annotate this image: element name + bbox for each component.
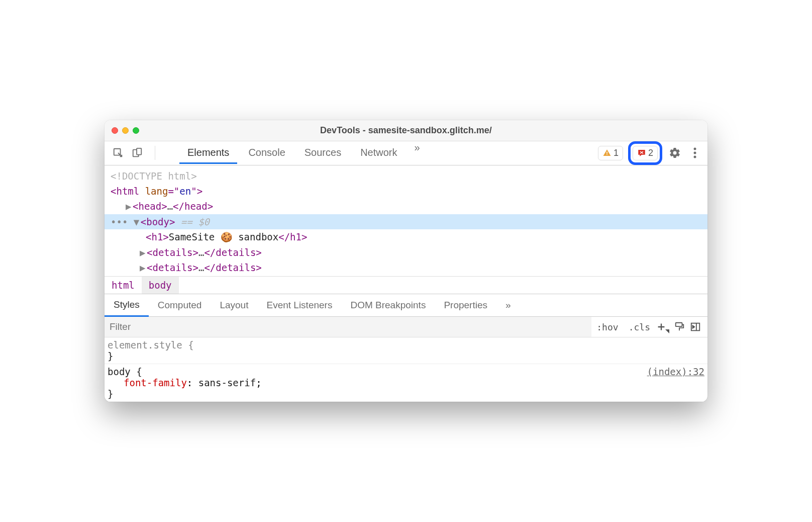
styles-subtabs: Styles Computed Layout Event Listeners D… bbox=[105, 294, 707, 317]
dom-tree[interactable]: <!DOCTYPE html> <html lang="en"> ▶<head>… bbox=[105, 165, 707, 277]
subtab-event-listeners[interactable]: Event Listeners bbox=[257, 295, 341, 316]
main-toolbar: Elements Console Sources Network » 1 2 bbox=[105, 141, 707, 165]
css-val[interactable]: sans-serif bbox=[198, 377, 256, 388]
warnings-counter[interactable]: 1 bbox=[598, 146, 623, 160]
dom-details-2[interactable]: ▶<details>…</details> bbox=[111, 260, 707, 275]
more-subtabs-button[interactable]: » bbox=[496, 295, 520, 316]
window-title: DevTools - samesite-sandbox.glitch.me/ bbox=[105, 125, 707, 136]
dom-doctype[interactable]: <!DOCTYPE html> bbox=[111, 168, 707, 184]
svg-point-6 bbox=[694, 152, 696, 154]
tab-network[interactable]: Network bbox=[352, 142, 405, 164]
toggle-sidebar-icon[interactable] bbox=[687, 319, 703, 335]
subtab-computed[interactable]: Computed bbox=[149, 295, 211, 316]
paint-icon[interactable] bbox=[671, 319, 687, 335]
subtab-layout[interactable]: Layout bbox=[211, 295, 257, 316]
svg-rect-2 bbox=[137, 148, 141, 155]
traffic-lights bbox=[105, 127, 139, 134]
breadcrumb-html[interactable]: html bbox=[105, 277, 142, 294]
tab-console[interactable]: Console bbox=[240, 142, 293, 164]
device-toggle-icon[interactable] bbox=[129, 144, 146, 161]
element-style-rule[interactable]: element.style { } bbox=[105, 337, 707, 364]
body-rule[interactable]: body { (index):32 font-family: sans-seri… bbox=[105, 364, 707, 402]
svg-rect-4 bbox=[606, 154, 607, 155]
svg-point-5 bbox=[694, 148, 696, 150]
more-options-button[interactable] bbox=[687, 145, 702, 160]
issues-counter[interactable]: 2 bbox=[633, 146, 658, 160]
toolbar-divider bbox=[155, 146, 155, 160]
settings-button[interactable] bbox=[667, 145, 682, 160]
more-tabs-button[interactable]: » bbox=[409, 142, 426, 164]
window-titlebar: DevTools - samesite-sandbox.glitch.me/ bbox=[105, 120, 707, 141]
dom-body-selected[interactable]: ••• ▼<body> == $0 bbox=[105, 214, 707, 229]
dom-head[interactable]: ▶<head>…</head> bbox=[111, 199, 707, 214]
minimize-window-button[interactable] bbox=[122, 127, 129, 134]
warnings-count-label: 1 bbox=[614, 148, 619, 158]
svg-point-7 bbox=[694, 156, 696, 158]
new-style-rule-button[interactable] bbox=[655, 319, 671, 335]
breadcrumb: html body bbox=[105, 276, 707, 294]
styles-filter-input[interactable] bbox=[105, 317, 591, 337]
styles-body: element.style { } body { (index):32 font… bbox=[105, 337, 707, 402]
svg-rect-8 bbox=[676, 323, 682, 326]
element-style-selector: element.style { bbox=[108, 339, 194, 351]
svg-rect-3 bbox=[606, 152, 607, 154]
subtab-styles[interactable]: Styles bbox=[105, 294, 149, 317]
issues-counter-highlight: 2 bbox=[628, 141, 662, 165]
issues-count-label: 2 bbox=[648, 148, 653, 158]
devtools-window: DevTools - samesite-sandbox.glitch.me/ E… bbox=[105, 120, 707, 402]
inspect-element-icon[interactable] bbox=[110, 144, 127, 161]
tab-elements[interactable]: Elements bbox=[179, 142, 237, 164]
panel-tabs: Elements Console Sources Network » bbox=[179, 142, 426, 164]
subtab-properties[interactable]: Properties bbox=[435, 295, 496, 316]
maximize-window-button[interactable] bbox=[133, 127, 139, 134]
styles-toolbar: :hov .cls bbox=[105, 317, 707, 337]
cls-toggle[interactable]: .cls bbox=[624, 319, 655, 335]
hov-toggle[interactable]: :hov bbox=[591, 319, 623, 335]
close-window-button[interactable] bbox=[112, 127, 118, 134]
css-prop[interactable]: font-family bbox=[124, 377, 187, 388]
toolbar-right: 1 2 bbox=[598, 141, 702, 165]
dom-h1[interactable]: <h1>SameSite 🍪 sandbox</h1> bbox=[111, 229, 707, 244]
rule-selector: body { bbox=[108, 366, 142, 377]
subtab-dom-breakpoints[interactable]: DOM Breakpoints bbox=[341, 295, 435, 316]
breadcrumb-body[interactable]: body bbox=[142, 277, 179, 294]
source-link[interactable]: (index):32 bbox=[647, 366, 704, 377]
tab-sources[interactable]: Sources bbox=[296, 142, 349, 164]
dom-html-open[interactable]: <html lang="en"> bbox=[111, 184, 707, 199]
dom-details-1[interactable]: ▶<details>…</details> bbox=[111, 245, 707, 260]
